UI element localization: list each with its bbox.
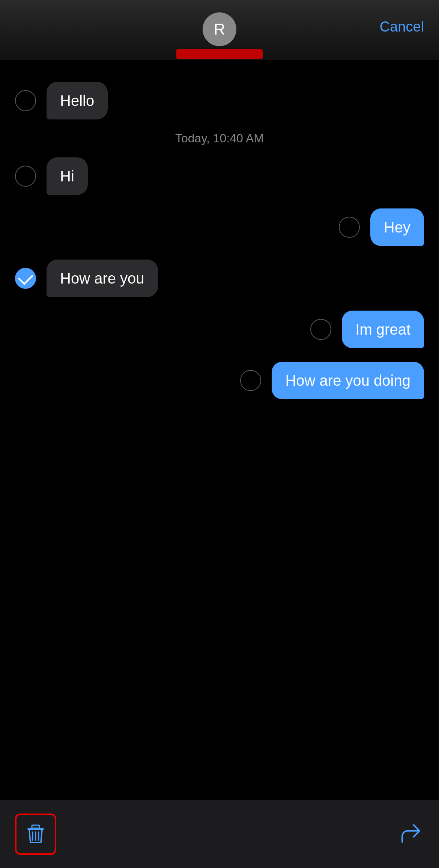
message-row-how-are-you-doing: How are you doing [0, 355, 439, 406]
message-row-sent-hey: Hey [0, 202, 439, 253]
delete-button[interactable] [15, 814, 56, 855]
trash-icon [24, 821, 48, 847]
contact-avatar-container: R [176, 12, 263, 59]
message-row-im-great: Im great [0, 304, 439, 355]
timestamp-row: Today, 10:40 AM [0, 126, 439, 151]
bubble-how-are-you-doing: How are you doing [272, 362, 424, 399]
message-selector-im-great[interactable] [310, 319, 331, 340]
message-selector-hi[interactable] [15, 166, 36, 187]
message-row-how-are-you: How are you [0, 253, 439, 304]
bubble-im-great: Im great [342, 311, 424, 348]
bubble-hi: Hi [47, 157, 88, 195]
forward-icon [398, 820, 424, 848]
header: R Cancel [0, 0, 439, 60]
message-selector-hey[interactable] [339, 217, 360, 238]
message-selector-hello[interactable] [15, 90, 36, 111]
message-selector-how-are-you[interactable] [15, 268, 36, 289]
messages-area: Hello Today, 10:40 AM Hi Hey How are you… [0, 60, 439, 800]
bubble-hey: Hey [370, 208, 424, 246]
contact-name-bar [176, 49, 263, 59]
timestamp: Today, 10:40 AM [175, 131, 264, 145]
cancel-button[interactable]: Cancel [380, 19, 424, 35]
message-selector-how-are-you-doing[interactable] [240, 370, 261, 391]
forward-button[interactable] [398, 820, 424, 848]
bubble-hello: Hello [47, 82, 108, 119]
svg-rect-1 [32, 825, 39, 828]
message-row: Hello [0, 75, 439, 126]
bottom-toolbar [0, 800, 439, 868]
avatar: R [203, 12, 236, 46]
bubble-how-are-you: How are you [47, 260, 158, 297]
message-row: Hi [0, 151, 439, 202]
